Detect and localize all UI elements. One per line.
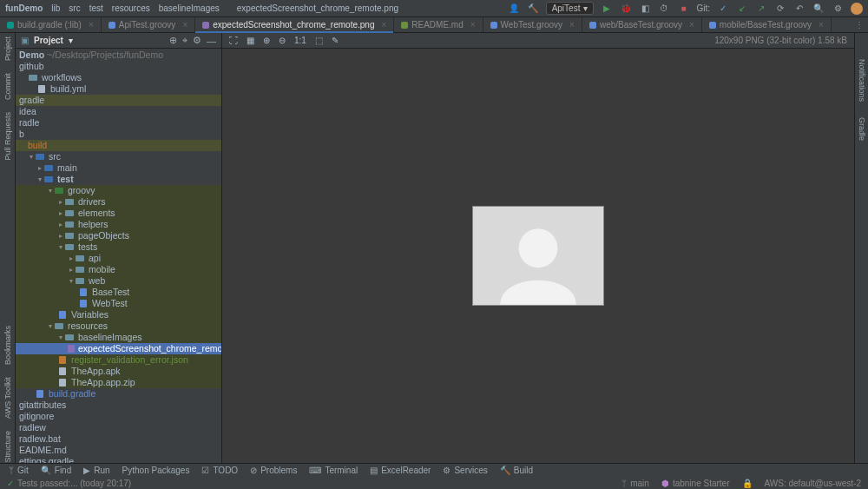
- toolwin-gradle[interactable]: Gradle: [858, 117, 866, 141]
- breadcrumb-item[interactable]: baselineImages: [159, 3, 220, 13]
- user-icon[interactable]: 👤: [508, 3, 520, 15]
- tree-node[interactable]: workflows: [16, 72, 221, 83]
- tree-root[interactable]: Demo ~/Desktop/Projects/funDemo: [16, 50, 221, 61]
- tab-web-basetest[interactable]: web/BaseTest.groovy×: [582, 17, 702, 32]
- tree-node[interactable]: ▸pageObjects: [16, 230, 221, 241]
- tree-node[interactable]: WebTest: [16, 298, 221, 309]
- close-icon[interactable]: ×: [569, 20, 575, 30]
- breadcrumb-item[interactable]: resources: [112, 3, 150, 13]
- toolwin-git[interactable]: ᛘGit: [9, 466, 29, 475]
- tree-node[interactable]: radlew.bat: [16, 433, 221, 445]
- debug-icon[interactable]: 🐞: [620, 3, 632, 15]
- toolwin-pull-requests[interactable]: Pull Requests: [3, 112, 12, 161]
- toolwin-find[interactable]: 🔍Find: [41, 466, 71, 475]
- tree-node[interactable]: ▸mobile: [16, 264, 221, 275]
- run-config-selector[interactable]: ApiTest ▾: [546, 2, 595, 15]
- coverage-icon[interactable]: ◧: [639, 3, 651, 15]
- tree-node[interactable]: idea: [16, 106, 221, 117]
- tree-node[interactable]: EADME.md: [16, 445, 221, 456]
- breadcrumb-item[interactable]: test: [89, 3, 103, 13]
- tree-node[interactable]: register_validation_error.json: [16, 354, 221, 366]
- rollback-icon[interactable]: ↶: [793, 3, 806, 15]
- settings-icon[interactable]: ⚙: [832, 3, 844, 15]
- chevron-down-icon[interactable]: ▾: [47, 320, 54, 332]
- image-canvas[interactable]: [222, 49, 854, 463]
- close-icon[interactable]: ×: [89, 20, 94, 30]
- run-icon[interactable]: ▶: [601, 3, 613, 15]
- close-icon[interactable]: ×: [689, 20, 694, 30]
- chevron-right-icon[interactable]: ▸: [36, 162, 43, 174]
- chevron-down-icon[interactable]: ▾: [28, 151, 35, 162]
- tree-node[interactable]: build: [16, 140, 221, 151]
- tree-node[interactable]: radlew: [16, 422, 221, 433]
- avatar[interactable]: [851, 3, 863, 15]
- fullscreen-icon[interactable]: ⛶: [229, 36, 238, 45]
- hammer-build-icon[interactable]: 🔨: [527, 3, 539, 15]
- chevron-down-icon[interactable]: ▾: [36, 174, 43, 185]
- tree-node[interactable]: ▾web: [16, 275, 221, 287]
- chevron-down-icon[interactable]: ▾: [57, 332, 64, 343]
- tree-node[interactable]: b: [16, 129, 221, 140]
- chevron-down-icon[interactable]: ▾: [47, 185, 54, 196]
- tree-node-selected[interactable]: expectedScreenshot_chrome_remote: [16, 343, 221, 354]
- toolwin-services[interactable]: ⚙Services: [443, 466, 487, 475]
- tree-node[interactable]: gitattributes: [16, 400, 221, 411]
- color-picker-icon[interactable]: ✎: [332, 36, 339, 45]
- chevron-down-icon[interactable]: ▾: [57, 241, 64, 253]
- tab-readme[interactable]: README.md×: [394, 17, 483, 32]
- toolwin-structure[interactable]: Structure: [3, 431, 12, 463]
- git-push-icon[interactable]: ↗: [755, 3, 767, 15]
- tree-node[interactable]: ▸api: [16, 253, 221, 264]
- status-lock[interactable]: 🔒: [742, 479, 753, 488]
- hide-icon[interactable]: —: [207, 36, 216, 46]
- profiler-icon[interactable]: ⏱: [658, 3, 670, 15]
- tree-node[interactable]: ▾groovy: [16, 185, 221, 196]
- toolwin-commit[interactable]: Commit: [3, 73, 12, 100]
- expand-icon[interactable]: ⊕: [169, 35, 177, 46]
- chevron-down-icon[interactable]: ▾: [69, 36, 73, 45]
- project-tree[interactable]: Demo ~/Desktop/Projects/funDemo github w…: [16, 49, 221, 463]
- tab-mobile-basetest[interactable]: mobile/BaseTest.groovy×: [702, 17, 832, 32]
- breadcrumb-item[interactable]: src: [69, 3, 80, 13]
- grid-icon[interactable]: ▦: [247, 36, 254, 45]
- close-icon[interactable]: ×: [470, 20, 476, 30]
- close-icon[interactable]: ×: [819, 20, 824, 30]
- toolwin-project[interactable]: Project: [3, 36, 12, 61]
- tree-node[interactable]: ▸elements: [16, 208, 221, 219]
- toolwin-excelreader[interactable]: ▤ExcelReader: [370, 466, 431, 475]
- git-update-icon[interactable]: ✓: [717, 3, 729, 15]
- close-icon[interactable]: ×: [381, 20, 386, 30]
- tree-node[interactable]: radle: [16, 117, 221, 129]
- tree-node[interactable]: github: [16, 61, 221, 72]
- tab-build-gradle[interactable]: build.gradle (:lib)×: [0, 17, 102, 32]
- chevron-down-icon[interactable]: ▾: [68, 275, 75, 287]
- zoom-in-icon[interactable]: ⊕: [263, 36, 270, 45]
- tree-node[interactable]: ▾test: [16, 174, 221, 185]
- search-icon[interactable]: 🔍: [812, 3, 825, 15]
- toolwin-terminal[interactable]: ⌨Terminal: [309, 466, 358, 475]
- toolwin-todo[interactable]: ☑TODO: [201, 466, 238, 475]
- zoom-out-icon[interactable]: ⊖: [279, 36, 286, 45]
- tree-node[interactable]: ▾tests: [16, 241, 221, 253]
- history-icon[interactable]: ⟳: [774, 3, 786, 15]
- tab-webtest[interactable]: WebTest.groovy×: [483, 17, 582, 32]
- tree-node[interactable]: ▾resources: [16, 320, 221, 332]
- tree-node[interactable]: ▸main: [16, 162, 221, 174]
- toolwin-run[interactable]: ▶Run: [83, 466, 109, 475]
- status-tabnine[interactable]: ⬢tabnine Starter: [661, 479, 730, 488]
- tabs-more-icon[interactable]: ⋮: [851, 17, 868, 32]
- toolwin-bookmarks[interactable]: Bookmarks: [3, 326, 12, 365]
- tree-node[interactable]: ▸helpers: [16, 219, 221, 230]
- tree-node[interactable]: build.gradle: [16, 388, 221, 400]
- tab-apitest[interactable]: ApiTest.groovy×: [102, 17, 195, 32]
- select-opened-icon[interactable]: ⌖: [182, 35, 187, 46]
- fit-icon[interactable]: ⬚: [315, 36, 323, 45]
- status-aws[interactable]: AWS: default@us-west-2: [765, 479, 861, 488]
- stop-icon[interactable]: ■: [677, 3, 689, 15]
- toolwin-python-packages[interactable]: Python Packages: [122, 466, 190, 475]
- tree-node[interactable]: ettings.gradle: [16, 456, 221, 463]
- tree-node[interactable]: BaseTest: [16, 287, 221, 298]
- git-commit-icon[interactable]: ↙: [736, 3, 748, 15]
- gear-icon[interactable]: ⚙: [193, 35, 201, 46]
- tab-expected-screenshot[interactable]: expectedScreenshot_chrome_remote.png×: [195, 17, 394, 32]
